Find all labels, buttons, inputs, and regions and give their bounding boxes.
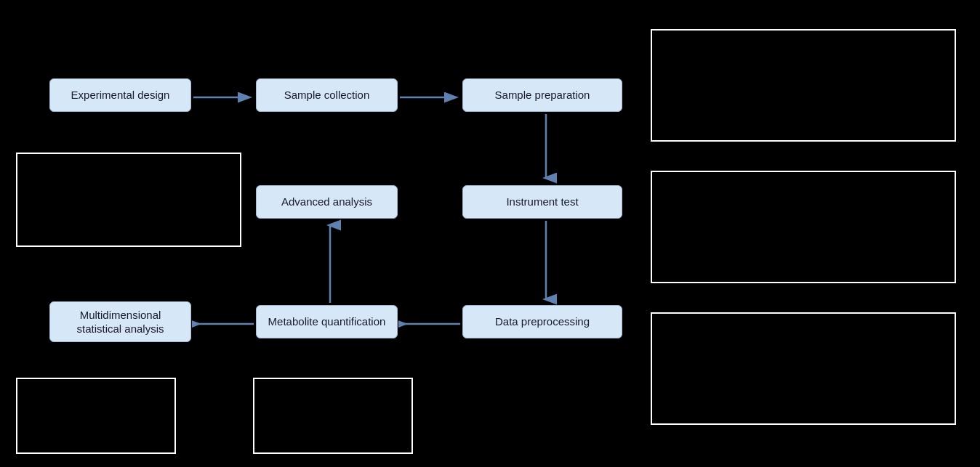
sample-preparation-box[interactable]: Sample preparation <box>462 78 622 112</box>
arrow-multi-to-adv <box>319 219 341 306</box>
image-bot-right <box>651 312 956 425</box>
arrow-inst-to-preproc <box>535 219 557 306</box>
advanced-analysis-label: Advanced analysis <box>281 195 372 209</box>
image-top-right <box>651 29 956 142</box>
arrow-sample-to-prep <box>398 90 462 105</box>
arrow-preproc-to-metab <box>398 317 462 331</box>
sample-collection-label: Sample collection <box>284 88 370 102</box>
sample-collection-box[interactable]: Sample collection <box>256 78 398 112</box>
workflow-canvas: Experimental design Sample collection Sa… <box>0 0 980 467</box>
arrow-exp-to-sample <box>192 90 255 105</box>
image-bot-left <box>16 378 176 454</box>
arrow-prep-to-inst <box>535 113 557 185</box>
multidimensional-statistical-box[interactable]: Multidimensional statistical analysis <box>49 301 191 342</box>
instrument-test-box[interactable]: Instrument test <box>462 185 622 219</box>
multidimensional-statistical-label: Multidimensional statistical analysis <box>59 308 182 336</box>
image-bot-mid <box>253 378 413 454</box>
experimental-design-box[interactable]: Experimental design <box>49 78 191 112</box>
instrument-test-label: Instrument test <box>506 195 578 209</box>
data-preprocessing-label: Data preprocessing <box>495 314 590 329</box>
arrow-metab-to-multi <box>192 317 255 331</box>
metabolite-quantification-box[interactable]: Metabolite quantification <box>256 305 398 338</box>
advanced-analysis-box[interactable]: Advanced analysis <box>256 185 398 219</box>
sample-preparation-label: Sample preparation <box>495 88 590 102</box>
data-preprocessing-box[interactable]: Data preprocessing <box>462 305 622 338</box>
image-mid-right <box>651 171 956 283</box>
experimental-design-label: Experimental design <box>71 88 170 102</box>
metabolite-quantification-label: Metabolite quantification <box>268 314 386 329</box>
image-mid-left <box>16 153 241 247</box>
